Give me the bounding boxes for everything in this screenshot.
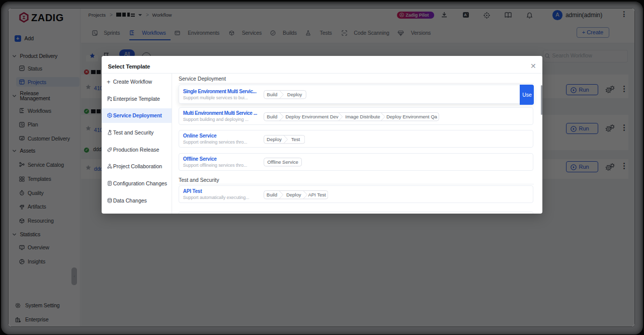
svg-text:Offline Service: Offline Service [268, 159, 299, 165]
svg-text:Build: Build [267, 92, 278, 97]
svg-text:Deploy Environment Qa: Deploy Environment Qa [386, 114, 438, 119]
svg-text:Test: Test [291, 137, 300, 142]
svg-text:Deploy: Deploy [287, 92, 302, 97]
svg-text:Deploy Environment Dev: Deploy Environment Dev [286, 114, 339, 119]
svg-text:Image Distribute: Image Distribute [346, 114, 380, 119]
svg-text:Deploy: Deploy [267, 137, 282, 142]
svg-text:Build: Build [267, 114, 278, 119]
svg-text:Build: Build [267, 192, 277, 197]
svg-text:Deploy: Deploy [286, 192, 301, 197]
svg-text:API Test: API Test [308, 192, 327, 197]
